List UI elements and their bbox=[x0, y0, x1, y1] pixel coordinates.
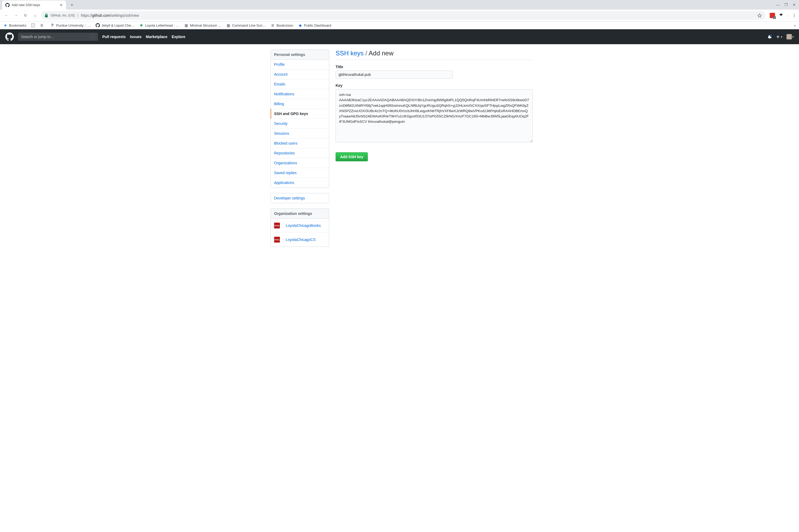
page-container: Personal settings Profile Account Emails… bbox=[266, 44, 533, 258]
org-item[interactable]: LOYOLA LoyolaChicagoCS bbox=[271, 233, 329, 247]
bookmark-item[interactable]: ❀Loyola Letterhead - … bbox=[139, 23, 179, 27]
new-tab-button[interactable]: + bbox=[68, 1, 76, 9]
bookmark-item[interactable]: 🗎 bbox=[40, 23, 45, 27]
bookmark-item[interactable]: PPurdue University :: … bbox=[50, 23, 91, 27]
github-icon bbox=[96, 23, 100, 27]
forward-button[interactable]: → bbox=[12, 12, 20, 19]
org-avatar-icon: LOYOLA bbox=[274, 223, 280, 228]
bookmark-item[interactable]: Jekyll & Liquid Che… bbox=[96, 23, 134, 27]
bookmark-item[interactable]: ◆Public Dashboard bbox=[298, 23, 331, 27]
sidebar-item-sessions[interactable]: Sessions bbox=[271, 129, 329, 138]
avatar bbox=[786, 34, 792, 39]
svg-point-2 bbox=[794, 17, 795, 17]
reload-button[interactable]: ↻ bbox=[22, 12, 29, 19]
github-logo-icon[interactable] bbox=[5, 33, 14, 41]
star-icon[interactable] bbox=[758, 13, 762, 18]
url-text: https://github.com/settings/ssh/new bbox=[81, 13, 139, 18]
window-close-button[interactable]: ✕ bbox=[793, 3, 796, 7]
bookmark-item[interactable]: ▦Minimal Structure … bbox=[184, 23, 221, 27]
sidebar-item-billing[interactable]: Billing bbox=[271, 99, 329, 109]
developer-settings-menu: Developer settings bbox=[271, 193, 329, 203]
github-header: Search or jump to… / Pull requests Issue… bbox=[0, 29, 799, 44]
add-menu[interactable]: ▾ bbox=[776, 35, 782, 39]
browser-menu-icon[interactable] bbox=[792, 13, 796, 18]
browser-chrome: Add new SSH keys ✕ + — ❐ ✕ ← → ↻ ⌂ GitHu… bbox=[0, 0, 799, 29]
page-icon: 🗎 bbox=[40, 23, 44, 27]
nav-pull-requests[interactable]: Pull requests bbox=[102, 35, 126, 39]
sidebar-item-notifications[interactable]: Notifications bbox=[271, 89, 329, 99]
sidebar-item-emails[interactable]: Emails bbox=[271, 79, 329, 89]
add-ssh-key-button[interactable]: Add SSH key bbox=[336, 152, 368, 162]
bookmark-item[interactable]: 🗎Bookcision bbox=[271, 23, 293, 27]
nav-issues[interactable]: Issues bbox=[130, 35, 142, 39]
maximize-button[interactable]: ❐ bbox=[784, 3, 788, 7]
sidebar-item-developer-settings[interactable]: Developer settings bbox=[271, 193, 329, 203]
omnibox-divider: | bbox=[77, 13, 78, 18]
browser-tab[interactable]: Add new SSH keys ✕ bbox=[2, 1, 66, 10]
leaf-icon: ❀ bbox=[139, 23, 144, 27]
extension-badge-icon[interactable] bbox=[770, 13, 775, 18]
org-link[interactable]: LoyolaChicagoBooks bbox=[283, 221, 324, 230]
caret-down-icon: ▾ bbox=[792, 35, 794, 38]
github-search-input[interactable]: Search or jump to… / bbox=[18, 33, 98, 41]
security-label: GitHub, Inc. [US] bbox=[51, 14, 75, 17]
sidebar-item-organizations[interactable]: Organizations bbox=[271, 158, 329, 168]
sidebar-item-ssh-gpg-keys[interactable]: SSH and GPG keys bbox=[271, 109, 329, 119]
address-bar[interactable]: GitHub, Inc. [US] | https://github.com/s… bbox=[41, 11, 765, 20]
org-item[interactable]: LOYOLA LoyolaChicagoBooks bbox=[271, 218, 329, 233]
sidebar-item-account[interactable]: Account bbox=[271, 70, 329, 79]
back-button[interactable]: ← bbox=[3, 12, 10, 19]
browser-toolbar: ← → ↻ ⌂ GitHub, Inc. [US] | https://gith… bbox=[0, 10, 799, 22]
svg-point-0 bbox=[794, 14, 795, 15]
notifications-icon[interactable] bbox=[767, 35, 772, 39]
title-input[interactable] bbox=[336, 71, 453, 79]
personal-settings-menu: Personal settings Profile Account Emails… bbox=[271, 50, 329, 188]
github-nav: Pull requests Issues Marketplace Explore bbox=[102, 35, 185, 39]
search-placeholder: Search or jump to… bbox=[21, 35, 54, 39]
bookmark-item[interactable] bbox=[31, 23, 35, 27]
caret-down-icon: ▾ bbox=[781, 35, 782, 38]
tab-title: Add new SSH keys bbox=[12, 3, 40, 7]
home-button[interactable]: ⌂ bbox=[32, 12, 39, 19]
user-menu[interactable]: ▾ bbox=[786, 34, 794, 39]
toolbar-separator: | bbox=[787, 13, 788, 18]
menu-heading-personal: Personal settings bbox=[271, 50, 329, 60]
extension-gnome-icon[interactable] bbox=[779, 13, 783, 18]
nav-marketplace[interactable]: Marketplace bbox=[146, 35, 168, 39]
page-icon: 🗎 bbox=[271, 23, 275, 27]
breadcrumb-ssh-keys-link[interactable]: SSH keys bbox=[336, 50, 364, 57]
window-controls: — ❐ ✕ bbox=[776, 0, 799, 10]
bookmarks-bar: ★ Bookmarks 🗎 PPurdue University :: … Je… bbox=[0, 22, 799, 29]
diamond-icon: ◆ bbox=[298, 23, 302, 27]
star-filled-icon: ★ bbox=[3, 23, 7, 27]
slash-key-icon: / bbox=[90, 34, 95, 39]
bookmarks-overflow-icon[interactable]: » bbox=[794, 23, 796, 27]
key-textarea[interactable] bbox=[336, 89, 533, 142]
svg-point-1 bbox=[794, 15, 795, 16]
page-title: SSH keys / Add new bbox=[336, 50, 533, 60]
page-icon bbox=[31, 23, 35, 27]
letter-p-icon: P bbox=[50, 23, 55, 27]
sidebar-item-saved-replies[interactable]: Saved replies bbox=[271, 168, 329, 178]
minimize-button[interactable]: — bbox=[776, 3, 780, 7]
grid-icon: ▦ bbox=[184, 23, 188, 27]
sidebar-item-blocked-users[interactable]: Blocked users bbox=[271, 138, 329, 148]
sidebar-item-profile[interactable]: Profile bbox=[271, 60, 329, 70]
bookmark-item[interactable]: ▦Command Line Scri… bbox=[226, 23, 266, 27]
org-link[interactable]: LoyolaChicagoCS bbox=[283, 235, 319, 244]
tab-close-icon[interactable]: ✕ bbox=[60, 3, 63, 7]
breadcrumb-current: Add new bbox=[368, 50, 393, 57]
bookmarks-button[interactable]: ★ Bookmarks bbox=[3, 23, 26, 27]
org-avatar-icon: LOYOLA bbox=[274, 237, 280, 243]
sidebar-item-applications[interactable]: Applications bbox=[271, 178, 329, 187]
nav-explore[interactable]: Explore bbox=[172, 35, 185, 39]
sidebar-item-security[interactable]: Security bbox=[271, 119, 329, 129]
notification-dot bbox=[770, 34, 772, 37]
github-favicon bbox=[5, 3, 9, 7]
sidebar-item-repositories[interactable]: Repositories bbox=[271, 148, 329, 158]
tab-strip: Add new SSH keys ✕ + bbox=[0, 0, 76, 10]
key-label: Key bbox=[336, 83, 533, 88]
breadcrumb-separator: / bbox=[364, 50, 368, 57]
main-content: SSH keys / Add new Title Key Add SSH key bbox=[336, 50, 533, 252]
organization-settings-menu: Organization settings LOYOLA LoyolaChica… bbox=[271, 208, 329, 247]
